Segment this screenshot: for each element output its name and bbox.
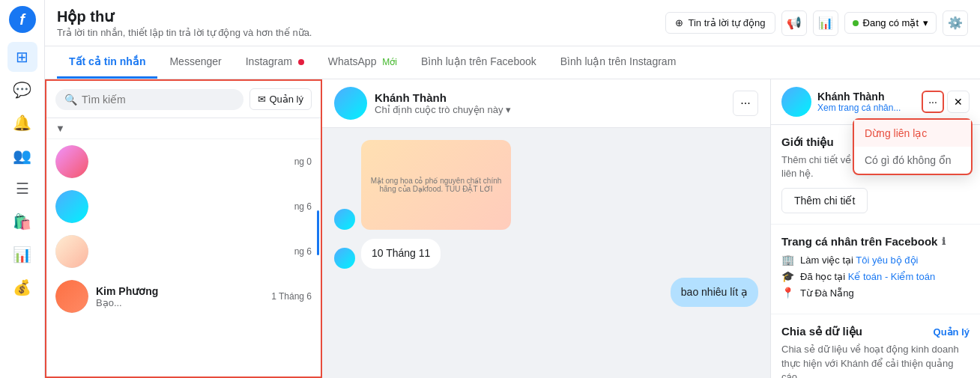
message-info: Kim Phương Bạo... bbox=[96, 285, 264, 308]
manage-button[interactable]: ✉ Quản lý bbox=[249, 88, 312, 110]
chat-user-name: Khánh Thành bbox=[375, 91, 511, 104]
fb-profile-section: Trang cá nhân trên Facebook ℹ 🏢 Làm việc… bbox=[771, 225, 980, 314]
body-area: 🔍 ✉ Quản lý ▼ bbox=[45, 79, 980, 378]
avatar bbox=[55, 190, 88, 223]
message-container: Mật ong hoa cỏ phố nguyên chất chính hãn… bbox=[334, 140, 758, 230]
chat-actions: ··· bbox=[733, 91, 758, 116]
search-box[interactable]: 🔍 bbox=[55, 89, 244, 110]
share-description: Chia sẻ dữ liệu về hoạt động kinh doanh … bbox=[781, 343, 970, 378]
tab-messenger[interactable]: Messenger bbox=[157, 46, 233, 79]
top-bar: Hộp thư Trả lời tin nhắn, thiết lập tin … bbox=[45, 0, 980, 46]
sidebar-item-chart[interactable]: 📊 bbox=[7, 240, 37, 269]
education-link[interactable]: Kế toán - Kiểm toán bbox=[848, 271, 935, 282]
message-text: 10 Tháng 11 bbox=[372, 247, 430, 259]
tab-new-indicator: Mới bbox=[382, 57, 397, 67]
tab-facebook-comments[interactable]: Bình luận trên Facebook bbox=[409, 46, 548, 79]
dropdown-menu: Dừng liên lạc Có gì đó không ổn bbox=[853, 118, 973, 175]
top-bar-actions: ⊕ Tin trả lời tự động 📢 📊 Đang có mặt ▾ … bbox=[665, 10, 968, 36]
work-info: 🏢 Làm việc tại Tôi yêu bộ đội bbox=[781, 254, 970, 266]
page-header: Hộp thư Trả lời tin nhắn, thiết lập tin … bbox=[57, 7, 312, 38]
status-button[interactable]: Đang có mặt ▾ bbox=[844, 12, 937, 34]
broadcast-button[interactable]: 📢 bbox=[781, 10, 807, 36]
broadcast-icon: 📢 bbox=[787, 16, 802, 30]
tab-all-messages[interactable]: Tất cả tin nhắn bbox=[57, 46, 157, 79]
app-logo[interactable]: f bbox=[9, 6, 36, 33]
chat-messages: Mật ong hoa cỏ phố nguyên chất chính hãn… bbox=[322, 128, 770, 378]
message-bubble: bao nhiêu lít ạ bbox=[671, 278, 758, 308]
fb-profile-title: Trang cá nhân trên Facebook ℹ bbox=[781, 235, 970, 248]
message-container: bao nhiêu lít ạ bbox=[334, 278, 758, 308]
more-icon: ··· bbox=[928, 96, 937, 108]
sender-avatar bbox=[334, 248, 355, 269]
tab-facebook-comments-label: Bình luận trên Facebook bbox=[421, 55, 536, 67]
tab-instagram-comments-label: Bình luận trên Instagram bbox=[560, 55, 677, 67]
something-wrong-item[interactable]: Có gì đó không ổn bbox=[854, 147, 971, 174]
message-list-panel: 🔍 ✉ Quản lý ▼ bbox=[45, 79, 322, 378]
sidebar-item-dollar[interactable]: 💰 bbox=[7, 272, 37, 302]
right-panel-user-info: Khánh Thành Xem trang cá nhân... bbox=[817, 91, 916, 113]
avatar bbox=[55, 145, 88, 178]
education-icon: 🎓 bbox=[781, 270, 794, 282]
list-item[interactable]: Kim Phương Bạo... 1 Tháng 6 bbox=[46, 274, 321, 319]
tab-all-messages-label: Tất cả tin nhắn bbox=[69, 55, 145, 67]
share-manage-link[interactable]: Quản lý bbox=[934, 326, 970, 338]
close-icon: ✕ bbox=[954, 96, 963, 108]
share-title-text: Chia sẻ dữ liệu bbox=[781, 325, 862, 338]
page-subtitle: Trả lời tin nhắn, thiết lập tin trả lời … bbox=[57, 27, 312, 38]
list-item[interactable]: ng 6 bbox=[46, 184, 321, 229]
search-icon: 🔍 bbox=[64, 94, 77, 106]
message-time: ng 0 bbox=[294, 156, 312, 167]
view-profile-link[interactable]: Xem trang cá nhân... bbox=[817, 103, 916, 113]
education-text: Đã học tại Kế toán - Kiểm toán bbox=[800, 271, 935, 282]
settings-button[interactable]: ⚙️ bbox=[943, 10, 968, 36]
tab-instagram-comments[interactable]: Bình luận trên Instagram bbox=[548, 46, 689, 79]
search-input[interactable] bbox=[82, 94, 235, 106]
message-list: ng 0 ng 6 ng 6 bbox=[46, 139, 321, 377]
auto-reply-button[interactable]: ⊕ Tin trả lời tự động bbox=[665, 12, 775, 34]
sidebar-item-people[interactable]: 👥 bbox=[7, 141, 37, 171]
list-item[interactable]: ng 0 bbox=[46, 139, 321, 184]
location-icon: 📍 bbox=[781, 287, 794, 299]
work-icon: 🏢 bbox=[781, 254, 794, 266]
more-options-button[interactable]: ··· bbox=[733, 91, 758, 116]
right-panel-actions: ··· ✕ bbox=[922, 91, 970, 113]
stats-icon: 📊 bbox=[818, 16, 833, 30]
more-options-button[interactable]: ··· bbox=[922, 91, 944, 113]
filter-all: ▼ bbox=[55, 123, 65, 134]
page-title: Hộp thư bbox=[57, 7, 312, 25]
sidebar-item-home[interactable]: ⊞ bbox=[7, 42, 37, 72]
tab-whatsapp[interactable]: WhatsApp Mới bbox=[316, 46, 409, 79]
chat-assign-label: Chỉ định cuộc trò chuyện này ▾ bbox=[375, 104, 511, 115]
work-link[interactable]: Tôi yêu bộ đội bbox=[856, 254, 918, 266]
sidebar-item-messages[interactable]: 💬 bbox=[7, 75, 37, 105]
chevron-down-icon: ▾ bbox=[506, 104, 511, 115]
message-time: ng 6 bbox=[294, 201, 312, 212]
share-section: Chia sẻ dữ liệu Quản lý Chia sẻ dữ liệu … bbox=[771, 314, 980, 378]
instagram-badge bbox=[298, 59, 304, 65]
message-time: ng 6 bbox=[294, 246, 312, 257]
main-content: Hộp thư Trả lời tin nhắn, thiết lập tin … bbox=[45, 0, 980, 378]
settings-icon: ⚙️ bbox=[948, 16, 963, 30]
chat-user-info: Khánh Thành Chỉ định cuộc trò chuyện này… bbox=[334, 87, 511, 120]
message-time: 1 Tháng 6 bbox=[271, 291, 312, 302]
sidebar-item-shop[interactable]: 🛍️ bbox=[7, 207, 37, 237]
tab-instagram[interactable]: Instagram bbox=[234, 46, 316, 79]
status-dot bbox=[853, 20, 859, 26]
chat-header: Khánh Thành Chỉ định cuộc trò chuyện này… bbox=[322, 79, 770, 128]
stats-button[interactable]: 📊 bbox=[813, 10, 838, 36]
right-panel-avatar bbox=[781, 87, 811, 117]
work-text: Làm việc tại Tôi yêu bộ đội bbox=[800, 254, 918, 266]
auto-reply-label: Tin trả lời tự động bbox=[688, 17, 765, 28]
sidebar-item-bell[interactable]: 🔔 bbox=[7, 108, 37, 138]
list-item[interactable]: ng 6 bbox=[46, 229, 321, 274]
close-button[interactable]: ✕ bbox=[947, 91, 970, 113]
scroll-indicator bbox=[317, 210, 319, 255]
add-detail-button[interactable]: Thêm chi tiết bbox=[781, 188, 868, 213]
stop-contact-item[interactable]: Dừng liên lạc bbox=[854, 120, 971, 147]
manage-label: Quản lý bbox=[269, 94, 303, 105]
filter-row: ▼ bbox=[46, 118, 321, 139]
right-panel: Khánh Thành Xem trang cá nhân... ··· ✕ D… bbox=[770, 79, 980, 378]
right-panel-username: Khánh Thành bbox=[817, 91, 916, 103]
sidebar-item-list[interactable]: ☰ bbox=[7, 174, 37, 204]
education-info: 🎓 Đã học tại Kế toán - Kiểm toán bbox=[781, 270, 970, 282]
